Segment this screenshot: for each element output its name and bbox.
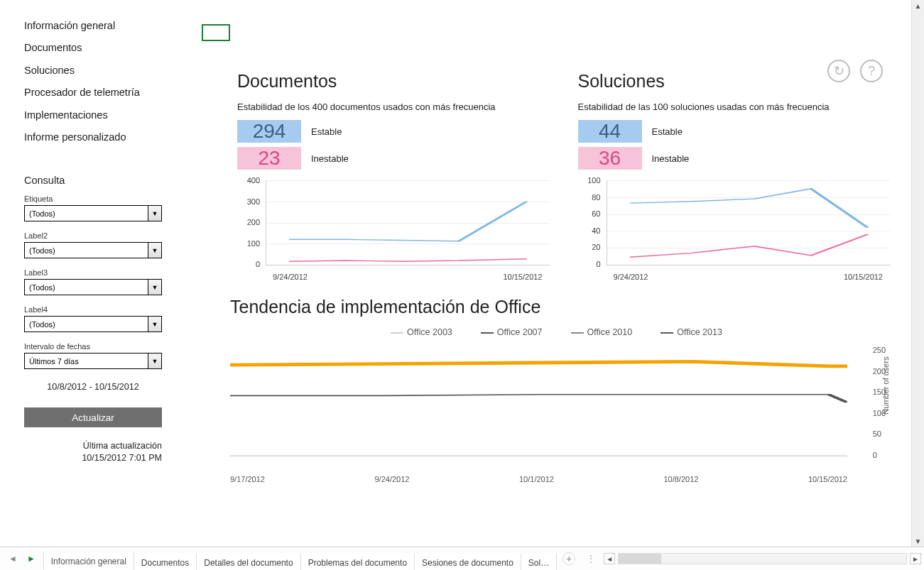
- nav-implementaciones[interactable]: Implementaciones: [24, 109, 185, 121]
- vertical-scrollbar[interactable]: ▲ ▼: [911, 0, 924, 547]
- trend-title: Tendencia de implementación de Office: [230, 297, 883, 317]
- docs-unstable-count: 23: [237, 147, 301, 170]
- sols-unstable-label: Inestable: [652, 153, 690, 164]
- nav-informacion-general[interactable]: Información general: [24, 20, 185, 32]
- trend-panel: Tendencia de implementación de Office Of…: [230, 297, 883, 483]
- filter-label4[interactable]: [24, 316, 162, 332]
- main-area: ↻ ? Documentos Estabilidad de los 400 do…: [202, 0, 911, 547]
- actualizar-button[interactable]: Actualizar: [24, 407, 162, 427]
- sols-stable-count: 44: [578, 120, 642, 143]
- scroll-up-icon[interactable]: ▲: [913, 0, 924, 11]
- sols-stable-label: Estable: [652, 126, 683, 137]
- consulta-heading: Consulta: [24, 175, 185, 186]
- sheet-tab[interactable]: Sesiones de documento: [414, 554, 521, 570]
- documents-chart: 4003002001000 9/24/201210/15/2012: [237, 176, 550, 290]
- sidebar: Información general Documentos Solucione…: [0, 0, 202, 547]
- nav-procesador-telemetria[interactable]: Procesador de telemetría: [24, 87, 185, 99]
- filter-etiqueta[interactable]: [24, 205, 162, 221]
- nav-soluciones[interactable]: Soluciones: [24, 65, 185, 77]
- cell-selection[interactable]: [202, 24, 230, 41]
- sheet-tab[interactable]: Problemas del documento: [300, 554, 415, 570]
- refresh-icon[interactable]: ↻: [827, 60, 850, 82]
- trend-legend: Office 2003 Office 2007 Office 2010 Offi…: [230, 327, 883, 337]
- nav-documentos[interactable]: Documentos: [24, 42, 185, 54]
- documents-subtitle: Estabilidad de los 400 documentos usados…: [237, 102, 550, 112]
- nav-list: Información general Documentos Solucione…: [24, 20, 185, 153]
- filter-label-fechas: Intervalo de fechas: [24, 342, 185, 351]
- documents-title: Documentos: [237, 71, 550, 92]
- last-updated-label: Última actualización: [24, 440, 162, 451]
- trend-chart: 250200150100500 Number of users: [230, 346, 883, 473]
- last-updated-value: 10/15/2012 7:01 PM: [24, 452, 162, 464]
- filter-label-etiqueta: Etiqueta: [24, 194, 185, 203]
- trend-y-axis-label: Number of users: [881, 356, 889, 414]
- sheet-tab[interactable]: Información general: [43, 552, 134, 570]
- docs-stable-label: Estable: [311, 126, 342, 137]
- filter-fechas[interactable]: [24, 353, 162, 369]
- sheet-tab[interactable]: Documentos: [134, 554, 197, 570]
- sheet-tab[interactable]: Detalles del documento: [196, 554, 300, 570]
- filter-label-label3: Label3: [24, 268, 185, 277]
- docs-unstable-label: Inestable: [311, 153, 349, 164]
- sheet-tab[interactable]: Sol…: [521, 554, 557, 570]
- docs-stable-count: 294: [237, 120, 301, 143]
- documents-panel: Documentos Estabilidad de los 400 docume…: [237, 71, 550, 290]
- date-range-text: 10/8/2012 - 10/15/2012: [24, 382, 162, 392]
- filter-label-label2: Label2: [24, 231, 185, 240]
- nav-informe-personalizado[interactable]: Informe personalizado: [24, 131, 185, 143]
- sheet-tab-bar: ◄ ► Información general Documentos Detal…: [0, 547, 924, 570]
- filter-label-label4: Label4: [24, 305, 185, 314]
- sheet-nav-prev-icon[interactable]: ◄: [9, 554, 17, 564]
- solutions-chart: 100806040200 9/24/201210/15/2012: [578, 176, 891, 290]
- sheet-more-icon[interactable]: ⋮: [581, 554, 601, 564]
- help-icon[interactable]: ?: [860, 60, 883, 82]
- hscroll-right-icon[interactable]: ►: [910, 553, 921, 564]
- add-sheet-icon[interactable]: +: [562, 552, 575, 565]
- horizontal-scrollbar[interactable]: ◄ ►: [601, 547, 924, 570]
- sheet-nav-next-icon[interactable]: ►: [27, 554, 36, 564]
- filter-label3[interactable]: [24, 279, 162, 295]
- scroll-down-icon[interactable]: ▼: [913, 535, 924, 547]
- solutions-panel: Soluciones Estabilidad de las 100 soluci…: [578, 71, 891, 290]
- filter-label2[interactable]: [24, 242, 162, 258]
- sols-unstable-count: 36: [578, 147, 642, 170]
- solutions-subtitle: Estabilidad de las 100 soluciones usadas…: [578, 102, 891, 112]
- hscroll-left-icon[interactable]: ◄: [604, 553, 615, 564]
